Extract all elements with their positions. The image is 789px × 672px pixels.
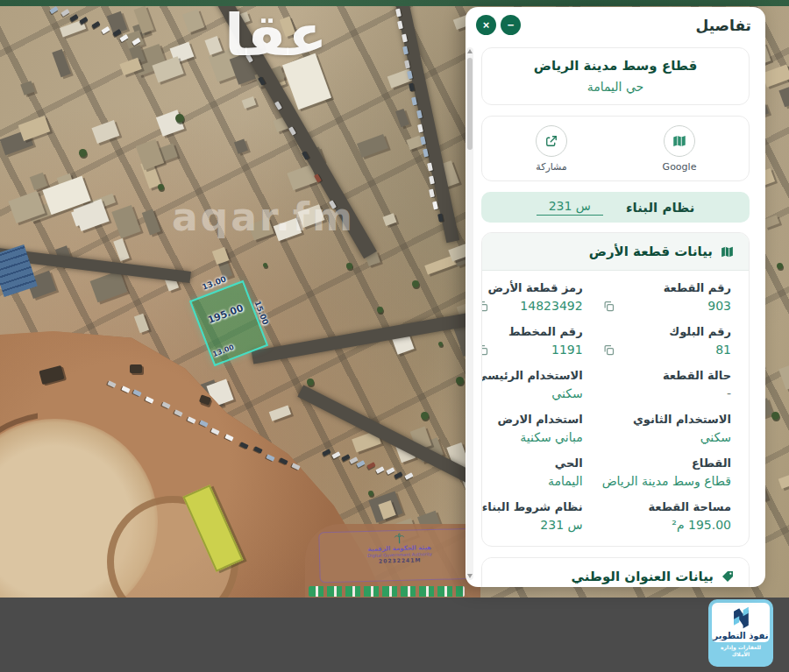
field-parcel-area: مساحة القطعة 195.00 م² xyxy=(602,500,731,537)
screen: 13.00 195.00 15.00 13.00 عقا aqar.fm هيئ… xyxy=(0,0,789,672)
field-plan-number: رقم المخطط 1191 xyxy=(481,325,583,362)
sector-name: قطاع وسط مدينة الرياض xyxy=(491,58,740,74)
location-card: قطاع وسط مدينة الرياض حي اليمامة xyxy=(481,47,750,105)
field-block-number: رقم البلوك 81 xyxy=(602,325,731,362)
field-district: الحي اليمامة xyxy=(481,456,583,493)
copy-icon[interactable] xyxy=(602,343,615,357)
logo-inner: نفوذ التطوير xyxy=(712,603,770,642)
panel-header: تفاصيل × − xyxy=(466,7,765,44)
copy-icon[interactable] xyxy=(481,300,489,313)
details-panel: تفاصيل × − قطاع وسط مدينة الرياض حي اليم… xyxy=(466,7,765,587)
national-address-card[interactable]: بيانات العنوان الوطني xyxy=(481,557,750,587)
address-section-title: بيانات العنوان الوطني xyxy=(572,569,714,584)
share-label: مشاركة xyxy=(536,161,567,173)
address-section-header[interactable]: بيانات العنوان الوطني xyxy=(482,558,749,587)
bottom-dark-bar xyxy=(0,598,789,672)
field-secondary-use: الاستخدام الثانوي سكني xyxy=(602,413,731,449)
aqar-watermark-large: عقا xyxy=(224,2,327,69)
google-label: Google xyxy=(663,161,697,173)
field-land-use: استخدام الارض مباني سكنية xyxy=(481,413,583,449)
building-system-label: نظام البناء xyxy=(626,200,694,216)
scrollbar-down-icon[interactable] xyxy=(467,574,473,578)
scrollbar-thumb[interactable] xyxy=(467,58,473,150)
panel-title: تفاصيل xyxy=(695,17,751,34)
share-button[interactable]: مشاركة xyxy=(487,125,615,173)
parcel-section-title: بيانات قطعة الأرض xyxy=(589,244,713,259)
tag-icon xyxy=(721,569,735,584)
share-icon xyxy=(536,125,567,157)
building-system-link[interactable]: س 231 xyxy=(537,199,603,216)
google-maps-icon xyxy=(664,125,695,157)
machinery xyxy=(130,364,142,373)
scrollbar-up-icon[interactable] xyxy=(467,49,473,53)
logo-tagline: للعقارات وإدارة الأملاك xyxy=(712,644,770,658)
field-sector: القطاع قطاع وسط مدينة الرياض xyxy=(602,456,731,493)
field-parcel-number: رقم القطعة 903 xyxy=(602,281,731,318)
parcel-data-card: بيانات قطعة الأرض رقم القطعة 903 xyxy=(481,232,750,547)
top-green-strip xyxy=(0,0,789,6)
field-parcel-code: رمز قطعة الأرض 14823492 xyxy=(481,281,583,318)
panel-scrollbar[interactable] xyxy=(466,47,473,580)
map-icon xyxy=(720,244,735,259)
parcel-section-header: بيانات قطعة الأرض xyxy=(482,233,749,271)
close-button[interactable]: × xyxy=(476,15,496,35)
minimize-button[interactable]: − xyxy=(501,15,521,35)
developer-logo-card[interactable]: نفوذ التطوير للعقارات وإدارة الأملاك xyxy=(708,599,773,667)
copy-icon[interactable] xyxy=(481,343,489,357)
clipped-map-caption xyxy=(309,586,465,597)
actions-card: Google مشاركة xyxy=(481,116,750,181)
district-name: حي اليمامة xyxy=(491,80,740,94)
aqar-watermark-small: aqar.fm xyxy=(172,195,355,239)
field-building-conditions: نظام شروط البناء س 231 xyxy=(481,500,583,537)
building-system-bar: نظام البناء س 231 xyxy=(481,192,750,223)
field-main-use: الاستخدام الرئيسي سكني xyxy=(481,369,583,406)
palm-emblem-icon xyxy=(393,533,405,545)
parcel-fields: رقم القطعة 903 رمز قطعة الأرض 14823492 xyxy=(482,271,749,546)
logo-name: نفوذ التطوير xyxy=(712,631,770,641)
nofooth-n-icon xyxy=(728,605,754,631)
copy-icon[interactable] xyxy=(602,300,615,313)
google-maps-button[interactable]: Google xyxy=(615,125,743,173)
field-parcel-status: حالة القطعة - xyxy=(602,369,731,406)
digital-government-stamp: هيئة الحكومة الرقمية Digital Government … xyxy=(318,528,480,584)
